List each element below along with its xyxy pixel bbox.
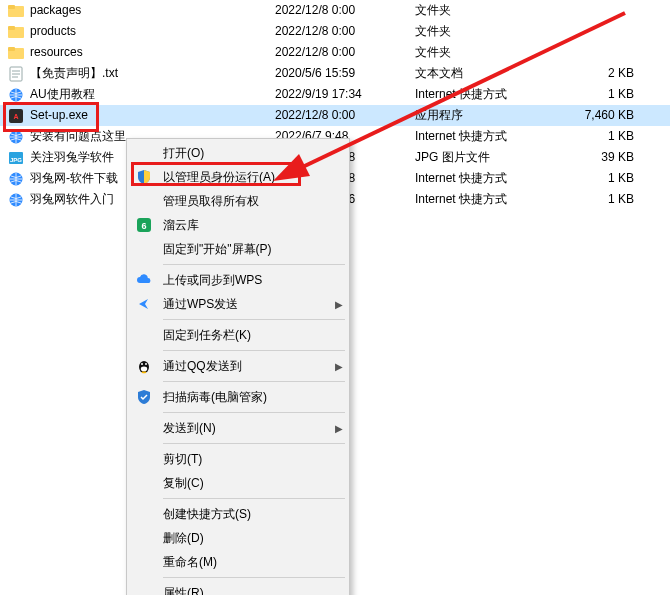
svg-text:6: 6 bbox=[141, 221, 146, 231]
file-type: Internet 快捷方式 bbox=[415, 189, 555, 210]
menu-send-to[interactable]: 发送到(N)▶ bbox=[129, 416, 347, 440]
menu-separator bbox=[163, 264, 345, 265]
file-size: 7,460 KB bbox=[555, 105, 650, 126]
file-date: 2022/9/19 17:34 bbox=[275, 84, 415, 105]
file-size: 1 KB bbox=[555, 168, 650, 189]
menu-create-shortcut[interactable]: 创建快捷方式(S) bbox=[129, 502, 347, 526]
menu-delete[interactable]: 删除(D) bbox=[129, 526, 347, 550]
menu-separator bbox=[163, 577, 345, 578]
menu-send-via-wps[interactable]: 通过WPS发送▶ bbox=[129, 292, 347, 316]
folder-icon bbox=[8, 45, 24, 61]
file-date: 2022/12/8 0:00 bbox=[275, 105, 415, 126]
menu-separator bbox=[163, 443, 345, 444]
file-size: 1 KB bbox=[555, 126, 650, 147]
svg-rect-5 bbox=[8, 47, 15, 51]
qq-icon bbox=[135, 357, 153, 375]
file-row[interactable]: resources 2022/12/8 0:00 文件夹 bbox=[0, 42, 670, 63]
menu-pin-to-start[interactable]: 固定到"开始"屏幕(P) bbox=[129, 237, 347, 261]
cloud-upload-icon bbox=[135, 271, 153, 289]
file-type: 文件夹 bbox=[415, 0, 555, 21]
context-menu: 打开(O) 以管理员身份运行(A) 管理员取得所有权 6 溜云库 固定到"开始"… bbox=[126, 138, 350, 595]
file-name: resources bbox=[30, 42, 83, 63]
file-size: 2 KB bbox=[555, 63, 650, 84]
file-name: 羽兔网-软件下载 bbox=[30, 168, 118, 189]
svg-rect-1 bbox=[8, 5, 15, 9]
internet-shortcut-icon bbox=[8, 87, 24, 103]
jpg-icon: JPG bbox=[8, 150, 24, 166]
menu-open[interactable]: 打开(O) bbox=[129, 141, 347, 165]
svg-point-21 bbox=[141, 367, 147, 372]
file-type: 文件夹 bbox=[415, 21, 555, 42]
menu-send-via-qq[interactable]: 通过QQ发送到▶ bbox=[129, 354, 347, 378]
folder-icon bbox=[8, 3, 24, 19]
menu-run-as-admin[interactable]: 以管理员身份运行(A) bbox=[129, 165, 347, 189]
file-row-selected[interactable]: ASet-up.exe 2022/12/8 0:00 应用程序 7,460 KB bbox=[0, 105, 670, 126]
file-size: 1 KB bbox=[555, 84, 650, 105]
svg-text:JPG: JPG bbox=[10, 157, 22, 163]
exe-icon: A bbox=[8, 108, 24, 124]
file-type: Internet 快捷方式 bbox=[415, 126, 555, 147]
svg-rect-3 bbox=[8, 26, 15, 30]
file-name: 关注羽兔学软件 bbox=[30, 147, 114, 168]
file-row[interactable]: products 2022/12/8 0:00 文件夹 bbox=[0, 21, 670, 42]
liuyunku-icon: 6 bbox=[135, 216, 153, 234]
menu-rename[interactable]: 重命名(M) bbox=[129, 550, 347, 574]
internet-shortcut-icon bbox=[8, 171, 24, 187]
file-name: 【免责声明】.txt bbox=[30, 63, 118, 84]
file-date: 2022/12/8 0:00 bbox=[275, 0, 415, 21]
menu-separator bbox=[163, 319, 345, 320]
submenu-arrow-icon: ▶ bbox=[331, 361, 347, 372]
svg-point-22 bbox=[141, 363, 143, 365]
file-row[interactable]: AU使用教程 2022/9/19 17:34 Internet 快捷方式 1 K… bbox=[0, 84, 670, 105]
file-type: 文件夹 bbox=[415, 42, 555, 63]
file-name: 安装有问题点这里 bbox=[30, 126, 126, 147]
file-type: Internet 快捷方式 bbox=[415, 168, 555, 189]
submenu-arrow-icon: ▶ bbox=[331, 299, 347, 310]
file-date: 2022/12/8 0:00 bbox=[275, 42, 415, 63]
menu-separator bbox=[163, 412, 345, 413]
file-size: 1 KB bbox=[555, 189, 650, 210]
file-date: 2020/5/6 15:59 bbox=[275, 63, 415, 84]
menu-upload-wps[interactable]: 上传或同步到WPS bbox=[129, 268, 347, 292]
file-row[interactable]: packages 2022/12/8 0:00 文件夹 bbox=[0, 0, 670, 21]
svg-text:A: A bbox=[13, 113, 18, 120]
file-name: Set-up.exe bbox=[30, 105, 88, 126]
submenu-arrow-icon: ▶ bbox=[331, 423, 347, 434]
menu-separator bbox=[163, 350, 345, 351]
file-name: 羽兔网软件入门 bbox=[30, 189, 114, 210]
internet-shortcut-icon bbox=[8, 129, 24, 145]
file-name: products bbox=[30, 21, 76, 42]
file-type: JPG 图片文件 bbox=[415, 147, 555, 168]
file-size: 39 KB bbox=[555, 147, 650, 168]
file-type: Internet 快捷方式 bbox=[415, 84, 555, 105]
file-name: AU使用教程 bbox=[30, 84, 95, 105]
menu-cut[interactable]: 剪切(T) bbox=[129, 447, 347, 471]
shield-scan-icon bbox=[135, 388, 153, 406]
folder-icon bbox=[8, 24, 24, 40]
menu-separator bbox=[163, 381, 345, 382]
svg-point-23 bbox=[145, 363, 147, 365]
menu-properties[interactable]: 属性(R) bbox=[129, 581, 347, 595]
file-row[interactable]: 【免责声明】.txt 2020/5/6 15:59 文本文档 2 KB bbox=[0, 63, 670, 84]
menu-liuyunku[interactable]: 6 溜云库 bbox=[129, 213, 347, 237]
menu-copy[interactable]: 复制(C) bbox=[129, 471, 347, 495]
file-type: 应用程序 bbox=[415, 105, 555, 126]
file-date: 2022/12/8 0:00 bbox=[275, 21, 415, 42]
menu-admin-take-ownership[interactable]: 管理员取得所有权 bbox=[129, 189, 347, 213]
menu-scan-virus[interactable]: 扫描病毒(电脑管家) bbox=[129, 385, 347, 409]
share-icon bbox=[135, 295, 153, 313]
file-name: packages bbox=[30, 0, 81, 21]
text-file-icon bbox=[8, 66, 24, 82]
file-type: 文本文档 bbox=[415, 63, 555, 84]
internet-shortcut-icon bbox=[8, 192, 24, 208]
menu-pin-to-taskbar[interactable]: 固定到任务栏(K) bbox=[129, 323, 347, 347]
menu-separator bbox=[163, 498, 345, 499]
shield-icon bbox=[135, 168, 153, 186]
